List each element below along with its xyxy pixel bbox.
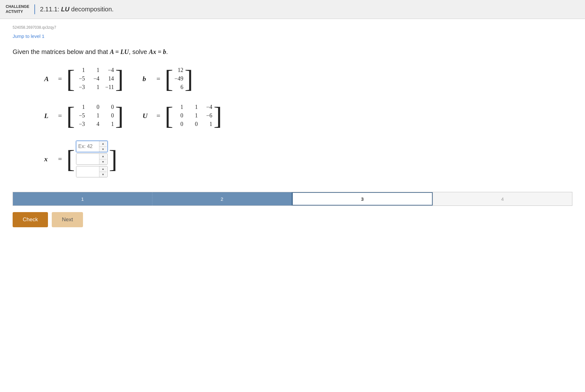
matrix-U-expr: U = [ 1 1 −4 0 1 −6 0 0 1 ] — [143, 102, 222, 129]
cell-b-1: −49 — [174, 75, 183, 82]
cell-L-12: 0 — [105, 112, 114, 119]
bracket-right-b: ] — [185, 65, 193, 92]
challenge-label: CHALLENGE ACTIVITY — [6, 4, 35, 14]
vector-b: [ 12 −49 6 ] — [165, 65, 193, 92]
matrix-A-cells: 1 1 −4 −5 −4 14 −3 1 −11 — [76, 65, 114, 92]
page-header: CHALLENGE ACTIVITY 2.11.1: LU decomposit… — [0, 0, 585, 19]
bracket-left-L: [ — [66, 102, 75, 129]
matrix-U: [ 1 1 −4 0 1 −6 0 0 1 ] — [165, 102, 222, 129]
x-input-1-wrapper[interactable]: ▲ ▼ — [76, 153, 108, 165]
matrix-row-2: L = [ 1 0 0 −5 1 0 −3 4 1 ] — [44, 102, 572, 129]
matrix-L-expr: L = [ 1 0 0 −5 1 0 −3 4 1 ] — [44, 102, 124, 129]
progress-segment-1[interactable]: 1 — [13, 192, 152, 205]
matrices-area: A = [ 1 1 −4 −5 −4 14 −3 1 −11 ] — [44, 65, 572, 179]
x-spinner-2: ▲ ▼ — [99, 166, 107, 177]
matrix-row-1: A = [ 1 1 −4 −5 −4 14 −3 1 −11 ] — [44, 65, 572, 92]
x-spinner-0-down[interactable]: ▼ — [99, 146, 107, 152]
bracket-left-x: [ — [66, 139, 75, 179]
bracket-right-U: ] — [214, 102, 222, 129]
cell-A-21: 1 — [91, 84, 99, 91]
header-title: 2.11.1: LU decomposition. — [40, 6, 114, 13]
x-input-2[interactable] — [76, 166, 99, 177]
matrix-L-cells: 1 0 0 −5 1 0 −3 4 1 — [76, 102, 114, 129]
cell-A-01: 1 — [91, 67, 99, 74]
cell-A-00: 1 — [76, 67, 85, 74]
check-button[interactable]: Check — [13, 212, 48, 227]
cell-A-11: −4 — [91, 75, 99, 82]
cell-U-21: 0 — [189, 121, 198, 128]
x-input-1[interactable] — [76, 154, 99, 164]
cell-L-22: 1 — [105, 121, 114, 128]
next-button[interactable]: Next — [52, 212, 83, 227]
cell-U-22: 1 — [204, 121, 212, 128]
x-spinner-0: ▲ ▼ — [99, 141, 107, 152]
progress-segment-4[interactable]: 4 — [433, 192, 572, 205]
cell-L-00: 1 — [76, 104, 85, 110]
matrix-L-label: L — [44, 112, 54, 120]
cell-L-10: −5 — [76, 112, 85, 119]
session-id: 524058.2697038.qx3zqy7 — [13, 25, 572, 30]
cell-A-10: −5 — [76, 75, 85, 82]
x-spinner-1-up[interactable]: ▲ — [99, 154, 107, 159]
vector-b-expr: b = [ 12 −49 6 ] — [143, 65, 193, 92]
bracket-right-x: ] — [109, 139, 117, 179]
cell-L-11: 1 — [91, 112, 99, 119]
x-spinner-1: ▲ ▼ — [99, 154, 107, 164]
bracket-left-b: [ — [165, 65, 173, 92]
x-spinner-0-up[interactable]: ▲ — [99, 141, 107, 146]
x-input-2-wrapper[interactable]: ▲ ▼ — [76, 166, 108, 177]
vector-b-label: b — [143, 75, 152, 83]
cell-U-00: 1 — [174, 104, 183, 110]
vector-x-inputs: ▲ ▼ ▲ ▼ ▲ — [76, 139, 108, 179]
cell-b-2: 6 — [174, 84, 183, 91]
bracket-left-U: [ — [165, 102, 173, 129]
button-row: Check Next — [13, 212, 572, 227]
cell-U-02: −4 — [204, 104, 212, 110]
cell-U-20: 0 — [174, 121, 183, 128]
x-spinner-1-down[interactable]: ▼ — [99, 159, 107, 165]
cell-U-01: 1 — [189, 104, 198, 110]
cell-A-20: −3 — [76, 84, 85, 91]
cell-b-0: 12 — [174, 67, 183, 74]
vector-x-label: x — [44, 155, 54, 163]
x-spinner-2-up[interactable]: ▲ — [99, 166, 107, 172]
x-input-0-wrapper[interactable]: ▲ ▼ — [76, 141, 108, 152]
main-content: 524058.2697038.qx3zqy7 Jump to level 1 G… — [0, 19, 585, 234]
progress-segment-3[interactable]: 3 — [292, 192, 433, 205]
vector-x-area: x = [ ▲ ▼ ▲ ▼ — [44, 139, 572, 179]
cell-U-11: 1 — [189, 112, 198, 119]
bracket-left-A: [ — [66, 65, 75, 92]
cell-L-01: 0 — [91, 104, 99, 110]
jump-to-level-link[interactable]: Jump to level 1 — [13, 33, 44, 39]
cell-L-20: −3 — [76, 121, 85, 128]
progress-segment-2[interactable]: 2 — [152, 192, 292, 205]
vector-b-cells: 12 −49 6 — [174, 65, 183, 92]
bracket-right-L: ] — [115, 102, 124, 129]
cell-A-22: −11 — [105, 84, 114, 91]
x-spinner-2-down[interactable]: ▼ — [99, 172, 107, 177]
matrix-A: [ 1 1 −4 −5 −4 14 −3 1 −11 ] — [66, 65, 123, 92]
matrix-L: [ 1 0 0 −5 1 0 −3 4 1 ] — [66, 102, 123, 129]
matrix-U-label: U — [143, 112, 152, 120]
bracket-right-A: ] — [115, 65, 124, 92]
matrix-U-cells: 1 1 −4 0 1 −6 0 0 1 — [174, 102, 212, 129]
vector-x-bracket: [ ▲ ▼ ▲ ▼ — [66, 139, 117, 179]
cell-A-02: −4 — [105, 67, 114, 74]
cell-L-21: 4 — [91, 121, 99, 128]
progress-bar: 1 2 3 4 — [13, 192, 572, 206]
x-input-0[interactable] — [76, 141, 99, 152]
cell-L-02: 0 — [105, 104, 114, 110]
matrix-A-expr: A = [ 1 1 −4 −5 −4 14 −3 1 −11 ] — [44, 65, 124, 92]
problem-statement: Given the matrices below and that A = LU… — [13, 48, 572, 56]
cell-U-12: −6 — [204, 112, 212, 119]
matrix-A-label: A — [44, 75, 54, 83]
cell-A-12: 14 — [105, 75, 114, 82]
cell-U-10: 0 — [174, 112, 183, 119]
